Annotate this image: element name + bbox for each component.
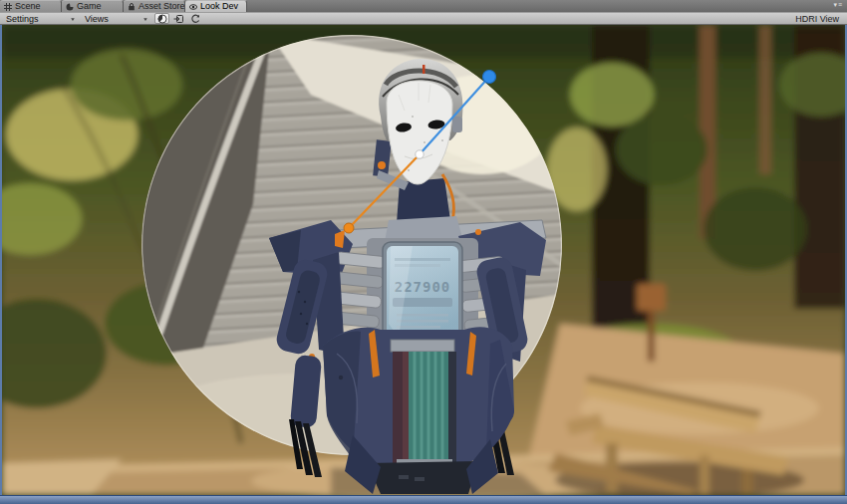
lookdev-scene: 227900 bbox=[2, 25, 845, 495]
reset-view-icon bbox=[190, 14, 201, 24]
gamepad-icon bbox=[66, 3, 74, 11]
settings-dropdown-label: Settings bbox=[6, 14, 39, 24]
window-bottom-border bbox=[0, 495, 847, 504]
chevron-down-icon: ▼ bbox=[70, 16, 76, 21]
chevron-down-icon: ▼ bbox=[142, 16, 148, 21]
tab-label: Asset Store bbox=[139, 1, 185, 12]
reset-view-button[interactable] bbox=[188, 13, 203, 24]
shadow-handle[interactable] bbox=[344, 223, 354, 233]
tab-label: Game bbox=[77, 1, 102, 12]
settings-dropdown[interactable]: Settings ▼ bbox=[3, 13, 79, 24]
views-dropdown[interactable]: Views ▼ bbox=[82, 13, 151, 24]
lookdev-toolbar: Settings ▼ Views ▼ HDRI View bbox=[0, 12, 847, 25]
store-icon bbox=[128, 3, 136, 11]
environment-sphere-button[interactable] bbox=[154, 13, 169, 24]
origin-handle[interactable] bbox=[416, 150, 424, 158]
grid-icon bbox=[4, 3, 12, 11]
sun-handle[interactable] bbox=[483, 71, 496, 84]
window-menu-icon[interactable]: ▾≡ bbox=[833, 1, 843, 9]
lookdev-viewport[interactable]: 227900 bbox=[0, 25, 847, 495]
tab-bar: Scene Game Asset Store Look Dev ▾≡ bbox=[0, 0, 847, 12]
tab-asset-store[interactable]: Asset Store bbox=[124, 0, 185, 12]
export-frame-button[interactable] bbox=[171, 13, 186, 24]
tab-label: Scene bbox=[15, 1, 41, 12]
abdomen-panel bbox=[391, 340, 456, 469]
eye-icon bbox=[189, 3, 197, 11]
tab-scene[interactable]: Scene bbox=[0, 0, 62, 12]
lookdev-window: Scene Game Asset Store Look Dev ▾≡ bbox=[0, 0, 847, 504]
tab-game[interactable]: Game bbox=[62, 0, 124, 12]
hdri-view-label: HDRI View bbox=[795, 14, 839, 24]
export-frame-icon bbox=[173, 14, 184, 24]
tab-look-dev[interactable]: Look Dev bbox=[185, 0, 247, 12]
environment-sphere-icon bbox=[157, 14, 167, 24]
views-dropdown-label: Views bbox=[85, 14, 109, 24]
tab-label: Look Dev bbox=[200, 1, 238, 12]
